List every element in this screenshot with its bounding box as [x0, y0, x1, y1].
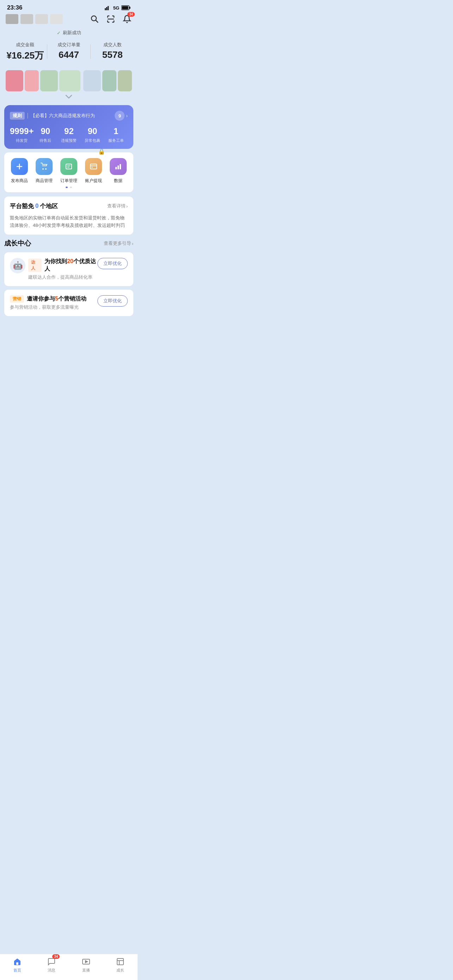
notification-badge: 34 — [127, 12, 135, 17]
expand-icon[interactable] — [0, 91, 138, 102]
menu-label-publish: 发布商品 — [11, 178, 28, 184]
rules-stat-service[interactable]: 1 服务工单 — [104, 126, 128, 143]
product-manage-icon — [36, 158, 52, 175]
quick-menu: 发布商品 商品管理 — [4, 158, 134, 184]
svg-rect-3 — [109, 5, 110, 10]
stat-item-orders: 成交订单量 6447 — [47, 41, 91, 62]
rules-stat-pending-ship[interactable]: 9999+ 待发货 — [10, 126, 33, 143]
rules-badge-area[interactable]: 9 › — [114, 111, 128, 121]
status-time: 23:36 — [7, 4, 22, 11]
rules-stat-value-4: 1 — [114, 126, 118, 137]
svg-rect-2 — [108, 6, 109, 10]
header-actions: 34 — [90, 14, 132, 24]
growth-card-kol-inner: 🤖 达人 为你找到20个优质达人 建联达人合作，提高商品转化率 立即优化 — [10, 258, 128, 280]
svg-point-12 — [42, 168, 44, 170]
rules-title: 【必看】六大商品违规发布行为 — [31, 113, 95, 119]
banner-block-olive — [118, 70, 132, 91]
region-title: 平台豁免 — [10, 202, 34, 210]
banner-right — [83, 70, 132, 91]
svg-point-13 — [45, 168, 46, 170]
kol-title: 为你找到20个优质达人 — [45, 258, 97, 273]
rules-stat-value-0: 9999+ — [10, 126, 33, 137]
menu-item-product-manage[interactable]: 商品管理 — [33, 158, 55, 184]
quick-menu-container: 🔒 发布商品 — [4, 153, 134, 192]
svg-point-7 — [91, 16, 96, 21]
menu-label-order-manage: 订单管理 — [60, 178, 77, 184]
promo-highlight: 5 — [55, 296, 58, 302]
region-link[interactable]: 查看详情 › — [107, 203, 128, 209]
rules-stat-value-1: 90 — [41, 126, 50, 137]
svg-rect-1 — [106, 7, 107, 10]
banner-block-pink — [6, 70, 23, 91]
rules-stats: 9999+ 待发货 90 待售后 92 违规预警 90 异常包裹 1 服务工单 — [10, 126, 128, 143]
kol-optimize-button[interactable]: 立即优化 — [97, 258, 128, 269]
promo-title: 邀请你参与5个营销活动 — [27, 295, 86, 303]
growth-section: 成长中心 查看更多引导 › 🤖 达人 为你找到20个优质达人 — [4, 239, 134, 316]
menu-item-publish[interactable]: 发布商品 — [9, 158, 30, 184]
region-chevron-icon: › — [126, 204, 128, 209]
promo-optimize-button[interactable]: 立即优化 — [97, 295, 128, 307]
notification-button[interactable]: 34 — [122, 14, 132, 24]
rules-stat-violation[interactable]: 92 违规预警 — [57, 126, 81, 143]
growth-card-promo: 营销 邀请你参与5个营销活动 参与营销活动，获取更多流量曝光 立即优化 — [4, 290, 134, 316]
rules-stat-value-2: 92 — [64, 126, 74, 137]
promo-desc: 参与营销活动，获取更多流量曝光 — [10, 304, 93, 310]
banner-area — [0, 67, 138, 91]
rules-title-area: 规则 【必看】六大商品违规发布行为 — [10, 112, 95, 119]
rules-tag: 规则 — [10, 112, 25, 119]
network-label: 5G — [113, 5, 119, 11]
svg-rect-0 — [105, 8, 106, 10]
growth-card-promo-text: 营销 邀请你参与5个营销活动 参与营销活动，获取更多流量曝光 — [10, 295, 93, 310]
menu-item-withdraw[interactable]: 账户提现 — [83, 158, 104, 184]
rules-stat-after-sale[interactable]: 90 待售后 — [33, 126, 57, 143]
region-title-area: 平台豁免 0 个地区 — [10, 202, 58, 210]
logo-block-2 — [21, 14, 33, 24]
menu-item-order-manage[interactable]: 订单管理 — [58, 158, 79, 184]
logo-block-4 — [50, 14, 63, 24]
growth-section-title: 成长中心 — [4, 239, 31, 248]
growth-card-kol: 🤖 达人 为你找到20个优质达人 建联达人合作，提高商品转化率 立即优化 — [4, 252, 134, 286]
region-unit: 个地区 — [40, 202, 58, 210]
rules-card[interactable]: 规则 【必看】六大商品违规发布行为 9 › 9999+ 待发货 90 待售后 9… — [4, 105, 134, 149]
growth-chevron-icon: › — [132, 241, 134, 246]
scan-button[interactable] — [106, 14, 116, 24]
promo-title-suffix: 个营销活动 — [58, 296, 86, 302]
promo-title-prefix: 邀请你参与 — [27, 296, 55, 302]
status-icons: 5G — [105, 5, 130, 11]
rules-arrow-icon: › — [126, 113, 128, 119]
stat-value-orders: 6447 — [47, 49, 91, 60]
svg-rect-5 — [129, 7, 130, 9]
growth-more-text: 查看更多引导 — [104, 240, 131, 247]
menu-item-data[interactable]: 数据 — [108, 158, 129, 184]
promo-title-row: 营销 邀请你参与5个营销活动 — [10, 295, 93, 303]
menu-label-withdraw: 账户提现 — [85, 178, 102, 184]
status-bar: 23:36 5G — [0, 0, 138, 14]
withdraw-icon — [85, 158, 102, 175]
search-button[interactable] — [90, 14, 100, 24]
banner-block-light-pink — [25, 70, 39, 91]
signal-icon — [105, 5, 111, 10]
rules-stat-label-4: 服务工单 — [108, 138, 124, 143]
rules-badge-count: 9 — [114, 111, 124, 121]
menu-label-product-manage: 商品管理 — [36, 178, 52, 184]
rules-stat-abnormal-package[interactable]: 90 异常包裹 — [81, 126, 105, 143]
banner-left — [6, 70, 80, 91]
scan-icon — [106, 15, 115, 23]
dot-inactive — [70, 187, 72, 188]
kol-tag: 达人 — [28, 259, 41, 272]
banner-block-teal — [102, 70, 116, 91]
order-manage-icon — [60, 158, 77, 175]
stat-value-buyers: 5578 — [91, 49, 134, 60]
kol-avatar: 🤖 — [10, 258, 25, 274]
stats-section: 成交金额 ¥16.25万 成交订单量 6447 成交人数 5578 — [0, 39, 138, 67]
stat-item-buyers: 成交人数 5578 — [91, 41, 134, 62]
data-icon — [110, 158, 127, 175]
rules-header: 规则 【必看】六大商品违规发布行为 9 › — [10, 111, 128, 121]
growth-section-link[interactable]: 查看更多引导 › — [104, 240, 134, 247]
svg-rect-19 — [91, 167, 93, 167]
region-desc: 豁免地区的实物订单将自动延长发货和退货时效，豁免物流体验分、48小时发货率考核及… — [10, 215, 128, 229]
publish-icon — [11, 158, 28, 175]
rules-divider — [27, 113, 28, 119]
logo-block-1 — [6, 14, 18, 24]
growth-card-kol-text: 达人 为你找到20个优质达人 建联达人合作，提高商品转化率 — [28, 258, 97, 280]
